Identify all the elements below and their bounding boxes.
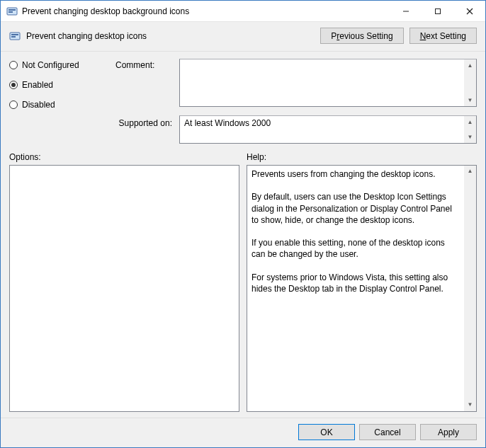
svg-rect-1 <box>9 9 16 11</box>
titlebar: Prevent changing desktop background icon… <box>1 1 485 22</box>
comment-field-col: ▲ ▼ <box>179 59 477 110</box>
radio-label: Disabled <box>22 100 55 110</box>
comment-input[interactable]: ▲ ▼ <box>179 59 477 107</box>
policy-header: Prevent changing desktop icons Previous … <box>1 22 485 52</box>
help-text: For systems prior to Windows Vista, this… <box>252 272 460 294</box>
scroll-down-icon: ▼ <box>464 131 476 143</box>
radio-not-configured[interactable]: Not Configured <box>9 60 108 70</box>
scrollbar[interactable]: ▲ ▼ <box>464 59 476 106</box>
policy-icon <box>9 30 21 42</box>
svg-rect-2 <box>9 11 13 13</box>
content-area: Not Configured Enabled Disabled Comment:… <box>1 52 485 418</box>
help-text: Prevents users from changing the desktop… <box>252 168 460 180</box>
comment-label: Comment: <box>115 59 172 110</box>
help-column: Help: Prevents users from changing the d… <box>247 152 477 412</box>
policy-title: Prevent changing desktop icons <box>26 31 315 41</box>
supported-value: At least Windows 2000 <box>184 118 271 128</box>
close-button[interactable] <box>453 1 485 21</box>
state-radio-group: Not Configured Enabled Disabled <box>9 59 108 110</box>
radio-label: Enabled <box>22 80 53 90</box>
options-column: Options: <box>9 152 239 412</box>
scroll-up-icon: ▲ <box>464 116 476 128</box>
scroll-up-icon[interactable]: ▲ <box>464 166 476 178</box>
dialog-footer: OK Cancel Apply <box>1 418 485 447</box>
help-text: By default, users can use the Desktop Ic… <box>252 191 460 226</box>
minimize-button[interactable] <box>390 1 422 21</box>
scroll-down-icon[interactable]: ▼ <box>464 94 476 106</box>
supported-on-field: At least Windows 2000 ▲ ▼ <box>179 115 477 144</box>
svg-rect-9 <box>11 36 16 38</box>
svg-rect-8 <box>11 34 18 35</box>
ok-button[interactable]: OK <box>298 424 355 440</box>
previous-setting-button[interactable]: Previous Setting <box>320 28 403 44</box>
radio-icon <box>9 61 18 69</box>
next-setting-button[interactable]: Next Setting <box>409 28 477 44</box>
options-panel <box>9 165 239 412</box>
maximize-button[interactable] <box>422 1 453 21</box>
state-row: Not Configured Enabled Disabled Comment:… <box>9 59 477 110</box>
supported-row: Supported on: At least Windows 2000 ▲ ▼ <box>9 115 477 144</box>
help-text: If you enable this setting, none of the … <box>252 237 460 260</box>
help-panel: Prevents users from changing the desktop… <box>247 165 477 412</box>
scrollbar: ▲ ▼ <box>464 116 476 143</box>
radio-disabled[interactable]: Disabled <box>9 100 108 110</box>
radio-icon <box>9 100 18 109</box>
scroll-up-icon[interactable]: ▲ <box>464 59 476 71</box>
window-controls <box>390 1 485 21</box>
radio-icon <box>9 81 18 89</box>
help-label: Help: <box>247 152 477 162</box>
window-title: Prevent changing desktop background icon… <box>22 6 390 16</box>
radio-label: Not Configured <box>22 60 79 70</box>
radio-enabled[interactable]: Enabled <box>9 80 108 90</box>
cancel-button[interactable]: Cancel <box>359 424 416 440</box>
policy-icon <box>6 6 18 17</box>
options-label: Options: <box>9 152 239 162</box>
lower-panels: Options: Help: Prevents users from chang… <box>9 152 477 412</box>
apply-button[interactable]: Apply <box>420 424 477 440</box>
supported-label: Supported on: <box>115 115 172 128</box>
scrollbar[interactable]: ▲ ▼ <box>464 166 476 411</box>
svg-rect-4 <box>435 8 440 13</box>
scroll-down-icon[interactable]: ▼ <box>464 399 476 411</box>
